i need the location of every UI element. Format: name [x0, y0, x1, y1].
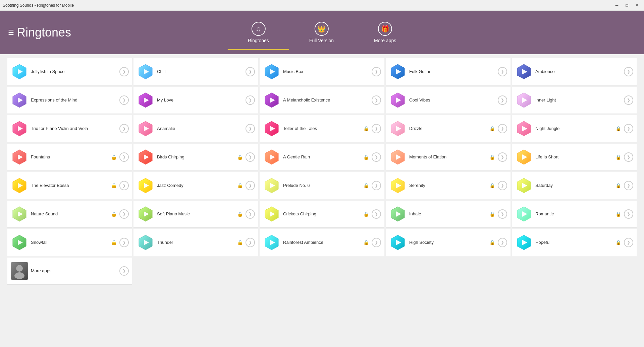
lock-icon: 🔒	[615, 126, 621, 131]
ringtone-item[interactable]: Inhale🔒❯	[386, 201, 511, 228]
ringtone-item[interactable]: Serenity🔒❯	[386, 172, 511, 199]
ringtone-item[interactable]: Anamalie❯	[133, 115, 258, 142]
ringtone-item[interactable]: Nature Sound🔒❯	[7, 201, 132, 228]
ringtone-arrow-button[interactable]: ❯	[246, 238, 255, 247]
ringtone-arrow-button[interactable]: ❯	[498, 238, 507, 247]
ringtone-name: Inner Light	[535, 97, 621, 103]
ringtone-item[interactable]: A Melancholic Existence❯	[260, 87, 384, 114]
ringtone-item[interactable]: A Gentle Rain🔒❯	[260, 144, 384, 171]
ringtone-item[interactable]: My Love❯	[133, 87, 258, 114]
ringtone-item[interactable]: Folk Guitar❯	[386, 58, 511, 85]
ringtone-arrow-button[interactable]: ❯	[624, 124, 633, 133]
ringtone-arrow-button[interactable]: ❯	[246, 152, 255, 162]
more-apps-avatar	[11, 262, 28, 280]
ringtone-arrow-button[interactable]: ❯	[119, 67, 129, 76]
ringtone-arrow-button[interactable]: ❯	[246, 95, 255, 105]
ringtone-icon	[515, 148, 533, 166]
ringtone-arrow-button[interactable]: ❯	[372, 152, 381, 162]
nav-item-full-version[interactable]: 👑 Full Version	[289, 15, 354, 50]
ringtone-item[interactable]: Chill❯	[133, 58, 258, 85]
more-apps-arrow-button[interactable]: ❯	[119, 266, 129, 276]
ringtone-item[interactable]: Music Box❯	[260, 58, 384, 85]
ringtone-arrow-button[interactable]: ❯	[498, 152, 507, 162]
ringtone-item[interactable]: Prelude No. 6🔒❯	[260, 172, 384, 199]
lock-icon: 🔒	[363, 126, 369, 131]
ringtone-item[interactable]: Inner Light❯	[512, 87, 637, 114]
ringtone-item[interactable]: Thunder🔒❯	[133, 229, 258, 256]
ringtone-item[interactable]: Cool Vibes❯	[386, 87, 511, 114]
ringtone-item[interactable]: Hopeful🔒❯	[512, 229, 637, 256]
ringtone-icon	[263, 91, 280, 109]
ringtone-icon	[263, 148, 280, 166]
minimize-button[interactable]: ─	[612, 2, 621, 9]
lock-icon: 🔒	[615, 154, 621, 160]
ringtone-arrow-button[interactable]: ❯	[498, 209, 507, 219]
ringtone-arrow-button[interactable]: ❯	[119, 209, 129, 219]
ringtone-arrow-button[interactable]: ❯	[624, 209, 633, 219]
ringtone-item[interactable]: Crickets Chirping🔒❯	[260, 201, 384, 228]
ringtone-arrow-button[interactable]: ❯	[498, 67, 507, 76]
ringtone-arrow-button[interactable]: ❯	[246, 209, 255, 219]
title-bar-text: Soothing Sounds - Ringtones for Mobile	[3, 3, 74, 8]
ringtone-arrow-button[interactable]: ❯	[624, 181, 633, 190]
ringtone-item[interactable]: Birds Chirping🔒❯	[133, 144, 258, 171]
ringtone-arrow-button[interactable]: ❯	[246, 124, 255, 133]
ringtone-arrow-button[interactable]: ❯	[624, 67, 633, 76]
ringtone-arrow-button[interactable]: ❯	[372, 181, 381, 190]
nav-item-more-apps[interactable]: 🎁 More apps	[354, 15, 416, 50]
ringtone-item[interactable]: Soft Piano Music🔒❯	[133, 201, 258, 228]
ringtone-item[interactable]: Snowfall🔒❯	[7, 229, 132, 256]
ringtone-item[interactable]: Ambience❯	[512, 58, 637, 85]
ringtone-item[interactable]: Drizzle🔒❯	[386, 115, 511, 142]
ringtone-arrow-button[interactable]: ❯	[372, 238, 381, 247]
hamburger-button[interactable]: ☰	[7, 27, 15, 38]
ringtone-arrow-button[interactable]: ❯	[119, 124, 129, 133]
nav-label-more-apps: More apps	[374, 38, 396, 43]
ringtone-arrow-button[interactable]: ❯	[372, 124, 381, 133]
ringtone-arrow-button[interactable]: ❯	[498, 95, 507, 105]
ringtone-item[interactable]: Jazz Comedy🔒❯	[133, 172, 258, 199]
lock-icon: 🔒	[363, 183, 369, 188]
ringtone-item[interactable]: Teller of the Tales🔒❯	[260, 115, 384, 142]
ringtone-item[interactable]: Expressions of the Mind❯	[7, 87, 132, 114]
ringtone-arrow-button[interactable]: ❯	[119, 95, 129, 105]
ringtone-icon	[11, 91, 28, 109]
ringtone-arrow-button[interactable]: ❯	[119, 152, 129, 162]
ringtone-icon	[263, 205, 280, 223]
nav-item-ringtones[interactable]: ♫ Ringtones	[228, 15, 289, 50]
ringtone-item[interactable]: Life Is Short🔒❯	[512, 144, 637, 171]
ringtone-item[interactable]: Jellyfish in Space❯	[7, 58, 132, 85]
ringtone-item[interactable]: Romantic🔒❯	[512, 201, 637, 228]
ringtone-arrow-button[interactable]: ❯	[624, 152, 633, 162]
ringtone-arrow-button[interactable]: ❯	[624, 95, 633, 105]
ringtone-arrow-button[interactable]: ❯	[246, 67, 255, 76]
ringtone-arrow-button[interactable]: ❯	[119, 181, 129, 190]
ringtone-arrow-button[interactable]: ❯	[498, 181, 507, 190]
ringtone-item[interactable]: High Society🔒❯	[386, 229, 511, 256]
ringtone-item[interactable]: The Elevator Bossa🔒❯	[7, 172, 132, 199]
lock-icon: 🔒	[363, 211, 369, 217]
ringtone-item[interactable]: Trio for Piano Violin and Viola❯	[7, 115, 132, 142]
maximize-button[interactable]: □	[623, 2, 631, 9]
title-bar: Soothing Sounds - Ringtones for Mobile ─…	[0, 0, 644, 11]
lock-icon: 🔒	[111, 240, 117, 245]
close-button[interactable]: ✕	[633, 2, 641, 9]
ringtone-arrow-button[interactable]: ❯	[119, 238, 129, 247]
ringtone-arrow-button[interactable]: ❯	[498, 124, 507, 133]
lock-icon: 🔒	[489, 211, 495, 217]
ringtone-arrow-button[interactable]: ❯	[372, 67, 381, 76]
ringtone-arrow-button[interactable]: ❯	[624, 238, 633, 247]
lock-icon: 🔒	[489, 126, 495, 131]
ringtone-item[interactable]: Rainforest Ambience🔒❯	[260, 229, 384, 256]
ringtone-name: Moments of Elation	[409, 154, 487, 160]
ringtone-arrow-button[interactable]: ❯	[372, 95, 381, 105]
ringtone-item[interactable]: Moments of Elation🔒❯	[386, 144, 511, 171]
ringtone-arrow-button[interactable]: ❯	[372, 209, 381, 219]
ringtone-arrow-button[interactable]: ❯	[246, 181, 255, 190]
more-apps-item[interactable]: More apps❯	[7, 258, 132, 285]
ringtone-item[interactable]: Saturday🔒❯	[512, 172, 637, 199]
ringtone-name: Trio for Piano Violin and Viola	[31, 126, 117, 132]
ringtone-icon	[389, 120, 407, 137]
ringtone-item[interactable]: Fountains🔒❯	[7, 144, 132, 171]
ringtone-item[interactable]: Night Jungle🔒❯	[512, 115, 637, 142]
